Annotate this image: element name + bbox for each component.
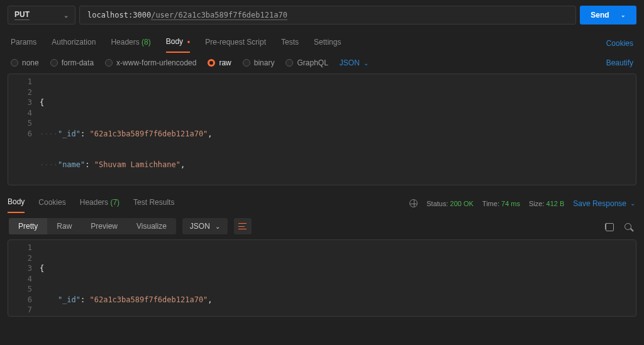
- response-tab-cookies[interactable]: Cookies: [38, 194, 65, 212]
- beautify-link[interactable]: Beautify: [606, 58, 633, 67]
- copy-icon[interactable]: [605, 223, 612, 230]
- tab-body[interactable]: Body ●: [166, 33, 191, 53]
- raw-format-select[interactable]: JSON ⌄: [340, 58, 369, 67]
- tab-headers-label: Headers: [111, 38, 139, 47]
- http-method-select[interactable]: PUT ⌄: [8, 6, 75, 25]
- size-label: Size: 412 B: [529, 200, 564, 207]
- send-button[interactable]: Send ⌄: [580, 6, 636, 25]
- response-format-select[interactable]: JSON ⌄: [182, 218, 228, 234]
- url-path: /user/62a1c3ba589f7f6deb121a70: [151, 11, 287, 20]
- line-gutter: 1234567: [8, 243, 40, 317]
- chevron-down-icon: ⌄: [630, 200, 635, 207]
- body-type-binary[interactable]: binary: [243, 58, 275, 67]
- search-icon[interactable]: [625, 223, 631, 230]
- tab-params[interactable]: Params: [11, 34, 36, 52]
- tab-authorization[interactable]: Authorization: [52, 34, 96, 52]
- tab-prerequest[interactable]: Pre-request Script: [205, 34, 266, 52]
- wrap-lines-button[interactable]: [234, 218, 252, 234]
- body-type-xwww[interactable]: x-www-form-urlencoded: [105, 58, 196, 67]
- tab-settings[interactable]: Settings: [314, 34, 341, 52]
- body-type-none[interactable]: none: [11, 58, 39, 67]
- view-raw[interactable]: Raw: [47, 218, 81, 234]
- tab-headers[interactable]: Headers (8): [111, 34, 150, 52]
- request-body-editor[interactable]: 123456 { ····"_id": "62a1c3ba589f7f6deb1…: [8, 74, 636, 185]
- view-pretty[interactable]: Pretty: [9, 218, 47, 234]
- tab-tests[interactable]: Tests: [281, 34, 299, 52]
- view-preview[interactable]: Preview: [81, 218, 127, 234]
- modified-dot-icon: ●: [187, 39, 190, 45]
- response-tab-body[interactable]: Body: [8, 194, 25, 213]
- body-type-raw[interactable]: raw: [208, 58, 231, 67]
- url-input[interactable]: localhost:3000/user/62a1c3ba589f7f6deb12…: [79, 6, 576, 25]
- body-type-formdata[interactable]: form-data: [50, 58, 94, 67]
- globe-icon: [409, 199, 418, 207]
- response-tab-headers[interactable]: Headers (7): [80, 194, 119, 212]
- code-content: { ····"_id": "62a1c3ba589f7f6deb121a70",…: [40, 77, 636, 185]
- response-tab-test-results[interactable]: Test Results: [133, 194, 174, 212]
- wrap-icon: [238, 223, 247, 229]
- send-button-label: Send: [591, 11, 609, 19]
- cookies-link[interactable]: Cookies: [606, 39, 633, 48]
- tab-headers-count: (8): [142, 38, 151, 47]
- chevron-down-icon: ⌄: [215, 223, 220, 230]
- view-visualize[interactable]: Visualize: [127, 218, 176, 234]
- time-label: Time: 74 ms: [482, 200, 520, 207]
- chevron-down-icon: ⌄: [364, 60, 369, 67]
- body-type-graphql[interactable]: GraphQL: [286, 58, 328, 67]
- save-response-button[interactable]: Save Response ⌄: [573, 199, 635, 208]
- url-host: localhost:3000: [87, 11, 151, 19]
- line-gutter: 123456: [8, 77, 40, 185]
- chevron-down-icon: ⌄: [64, 12, 69, 19]
- http-method-value: PUT: [14, 10, 30, 20]
- chevron-down-icon: ⌄: [621, 12, 626, 18]
- code-content: { "_id": "62a1c3ba589f7f6deb121a70", "em…: [40, 243, 636, 317]
- tab-body-label: Body: [166, 37, 183, 46]
- response-body-editor[interactable]: 1234567 { "_id": "62a1c3ba589f7f6deb121a…: [8, 239, 636, 317]
- status-label: Status: 200 OK: [426, 200, 474, 207]
- view-mode-segment: Pretty Raw Preview Visualize: [9, 218, 176, 234]
